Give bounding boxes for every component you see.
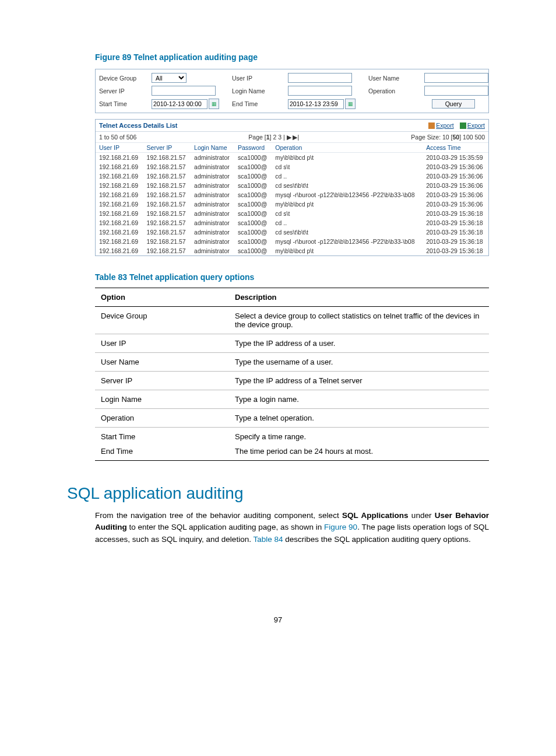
cell-password: sca1000@ [234, 162, 272, 172]
export-xls-link[interactable]: Export [460, 122, 485, 129]
col-option: Option [95, 288, 229, 307]
cell-password: sca1000@ [234, 172, 272, 181]
table-row: 192.168.21.69192.168.21.57administrators… [96, 237, 488, 246]
cell-login_name: administrator [191, 218, 234, 228]
query-button[interactable]: Query [432, 99, 476, 108]
cell-user_ip: 192.168.21.69 [96, 246, 143, 256]
col-login-name[interactable]: Login Name [191, 143, 234, 153]
cell-option: Start Time [95, 428, 229, 443]
cell-option: User Name [95, 353, 229, 372]
table-row: 192.168.21.69192.168.21.57administrators… [96, 246, 488, 256]
device-group-label: Device Group [99, 75, 147, 82]
user-ip-input[interactable] [288, 73, 352, 83]
cell-login_name: administrator [191, 200, 234, 209]
cell-user_ip: 192.168.21.69 [96, 162, 143, 172]
cell-operation: cd s\t [272, 209, 423, 218]
cell-password: sca1000@ [234, 237, 272, 246]
cell-user_ip: 192.168.21.69 [96, 153, 143, 163]
calendar-icon[interactable]: ▦ [345, 99, 356, 109]
col-password[interactable]: Password [234, 143, 272, 153]
user-name-input[interactable] [424, 73, 488, 83]
cell-description: Type the IP address of a user. [229, 334, 489, 353]
table-row: 192.168.21.69192.168.21.57administrators… [96, 172, 488, 181]
export-pdf-link[interactable]: Export [428, 122, 453, 129]
cell-access_time: 2010-03-29 15:35:59 [423, 153, 488, 163]
cell-option: Device Group [95, 307, 229, 334]
table-row: User NameType the username of a user. [95, 353, 489, 372]
login-name-label: Login Name [232, 88, 283, 94]
table-row: 192.168.21.69192.168.21.57administrators… [96, 153, 488, 163]
table-row: 192.168.21.69192.168.21.57administrators… [96, 162, 488, 172]
cell-operation: cd s\t [272, 162, 423, 172]
table-row: Server IPType the IP address of a Telnet… [95, 372, 489, 390]
page-size[interactable]: Page Size: 10 [50] 100 500 [411, 134, 485, 141]
col-server-ip[interactable]: Server IP [143, 143, 191, 153]
cell-user_ip: 192.168.21.69 [96, 237, 143, 246]
cell-login_name: administrator [191, 209, 234, 218]
cell-operation: my\b\b\bcd p\t [272, 153, 423, 163]
cell-option: End Time [95, 442, 229, 461]
cell-password: sca1000@ [234, 246, 272, 256]
cell-operation: cd ses\t\b\t\t [272, 181, 423, 190]
cell-login_name: administrator [191, 228, 234, 237]
cell-description: The time period can be 24 hours at most. [229, 442, 489, 461]
cell-password: sca1000@ [234, 200, 272, 209]
cell-password: sca1000@ [234, 218, 272, 228]
cell-password: sca1000@ [234, 190, 272, 200]
table-link[interactable]: Table 84 [253, 535, 283, 544]
user-name-label: User Name [368, 75, 420, 82]
cell-operation: cd .. [272, 172, 423, 181]
cell-server_ip: 192.168.21.57 [143, 218, 191, 228]
cell-server_ip: 192.168.21.57 [143, 153, 191, 163]
figure-link[interactable]: Figure 90 [324, 523, 357, 531]
col-user-ip[interactable]: User IP [96, 143, 143, 153]
col-operation[interactable]: Operation [272, 143, 423, 153]
table-row: User IPType the IP address of a user. [95, 334, 489, 353]
options-table: Option Description Device GroupSelect a … [95, 288, 489, 461]
cell-server_ip: 192.168.21.57 [143, 200, 191, 209]
filter-panel: Device Group All User IP User Name Serve… [95, 69, 489, 113]
cell-access_time: 2010-03-29 15:36:06 [423, 200, 488, 209]
col-access-time[interactable]: Access Time [423, 143, 488, 153]
end-time-input[interactable] [288, 99, 344, 109]
table-row: 192.168.21.69192.168.21.57administrators… [96, 228, 488, 237]
cell-login_name: administrator [191, 246, 234, 256]
cell-login_name: administrator [191, 162, 234, 172]
section-paragraph: From the navigation tree of the behavior… [95, 510, 489, 545]
cell-access_time: 2010-03-29 15:36:06 [423, 172, 488, 181]
screenshot-panel: Device Group All User IP User Name Serve… [95, 69, 489, 256]
cell-server_ip: 192.168.21.57 [143, 190, 191, 200]
cell-login_name: administrator [191, 190, 234, 200]
table-row: End TimeThe time period can be 24 hours … [95, 442, 489, 461]
cell-option: Server IP [95, 372, 229, 390]
cell-login_name: administrator [191, 153, 234, 163]
server-ip-input[interactable] [152, 86, 216, 96]
cell-login_name: administrator [191, 181, 234, 190]
cell-login_name: administrator [191, 237, 234, 246]
cell-option: User IP [95, 334, 229, 353]
table-row: 192.168.21.69192.168.21.57administrators… [96, 190, 488, 200]
table-caption: Table 83 Telnet application query option… [95, 272, 489, 282]
login-name-input[interactable] [288, 86, 352, 96]
cell-user_ip: 192.168.21.69 [96, 209, 143, 218]
cell-user_ip: 192.168.21.69 [96, 181, 143, 190]
operation-input[interactable] [424, 86, 488, 96]
start-time-input[interactable] [152, 99, 207, 109]
table-row: OperationType a telnet operation. [95, 409, 489, 428]
device-group-select[interactable]: All [152, 73, 186, 83]
cell-access_time: 2010-03-29 15:36:06 [423, 190, 488, 200]
table-row: Start TimeSpecify a time range. [95, 428, 489, 443]
cell-access_time: 2010-03-29 15:36:18 [423, 237, 488, 246]
cell-server_ip: 192.168.21.57 [143, 162, 191, 172]
cell-operation: my\b\b\bcd p\t [272, 246, 423, 256]
cell-login_name: administrator [191, 172, 234, 181]
user-ip-label: User IP [232, 75, 283, 82]
pager[interactable]: Page [1] 2 3 | ▶ ▶| [248, 134, 299, 141]
table-row: 192.168.21.69192.168.21.57administrators… [96, 181, 488, 190]
cell-operation: mysql -r\buroot -p122\b\b\b123456 -P22\b… [272, 237, 423, 246]
record-range: 1 to 50 of 506 [99, 134, 136, 141]
table-row: Device GroupSelect a device group to col… [95, 307, 489, 334]
calendar-icon[interactable]: ▦ [209, 99, 219, 109]
pdf-icon [428, 123, 435, 129]
cell-user_ip: 192.168.21.69 [96, 200, 143, 209]
